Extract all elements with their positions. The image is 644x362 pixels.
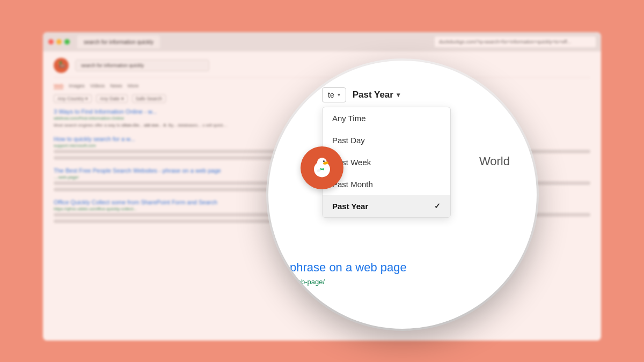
address-text: duckduckgo.com/?q=search+for+information… — [439, 39, 571, 45]
filter-safe: Safe Search — [132, 94, 166, 103]
svg-point-4 — [324, 160, 325, 161]
maximize-button-icon — [64, 39, 70, 45]
dropdown-item-past-month[interactable]: Past Month — [323, 173, 450, 195]
other-filter-label: te — [328, 91, 334, 99]
dropdown-item-any-time[interactable]: Any Time — [323, 107, 450, 129]
duck-icon — [309, 154, 335, 181]
other-filter-button[interactable]: te ▾ — [322, 87, 346, 102]
tab-label: search for information quickly — [84, 39, 153, 45]
search-query: search for information quickly — [81, 63, 144, 68]
result-big-title: phrase on a web page — [290, 261, 515, 275]
active-tab: search for information quickly — [77, 35, 160, 48]
dropdown-item-label: Past Day — [332, 136, 365, 145]
address-bar: duckduckgo.com/?q=search+for+information… — [435, 36, 596, 47]
magnifier-content: te ▾ Past Year ▾ Any Time Past Day Pa — [268, 61, 537, 329]
tab-bar: search for information quickly — [77, 35, 431, 48]
dropdown-item-label: Past Year — [332, 202, 368, 211]
minimize-button-icon — [56, 39, 62, 45]
close-button-icon — [48, 39, 54, 45]
dropdown-trigger-row: te ▾ Past Year ▾ — [322, 87, 515, 102]
world-text: World — [479, 154, 510, 168]
other-filter-chevron-icon: ▾ — [338, 92, 340, 98]
magnifier-circle: te ▾ Past Year ▾ Any Time Past Day Pa — [268, 61, 537, 329]
result-big-title-text: phrase on a web page — [290, 261, 407, 274]
past-year-trigger[interactable]: Past Year ▾ — [353, 90, 400, 100]
filter-tab-more: More — [128, 83, 139, 89]
ddg-logo-large — [301, 146, 343, 189]
dropdown-area: te ▾ Past Year ▾ Any Time Past Day Pa — [322, 87, 515, 218]
svg-point-8 — [321, 168, 323, 170]
filter-tab-web: Web — [54, 83, 63, 89]
filter-tab-videos: Videos — [90, 83, 105, 89]
dropdown-item-label: Any Time — [332, 114, 366, 123]
browser-chrome: search for information quickly duckduckg… — [43, 32, 601, 51]
filter-tab-news: News — [110, 83, 122, 89]
selected-checkmark-icon: ✓ — [434, 202, 441, 210]
ddg-logo-small: 🦆 — [54, 58, 69, 73]
bottom-result: phrase on a web page -web-page/ — [290, 261, 515, 286]
dropdown-item-past-year[interactable]: Past Year ✓ — [323, 195, 450, 217]
result-big-url: -web-page/ — [290, 278, 515, 286]
svg-point-3 — [323, 160, 325, 162]
past-year-chevron-icon: ▾ — [397, 91, 400, 99]
filter-country: Any Country ▾ — [54, 94, 92, 103]
past-year-label: Past Year — [353, 90, 393, 100]
dropdown-item-past-day[interactable]: Past Day — [323, 129, 450, 151]
filter-date: Any Date ▾ — [96, 94, 128, 103]
filter-tab-images: Images — [69, 83, 85, 89]
traffic-lights — [48, 39, 70, 45]
search-bar-bg: search for information quickly — [75, 60, 209, 71]
